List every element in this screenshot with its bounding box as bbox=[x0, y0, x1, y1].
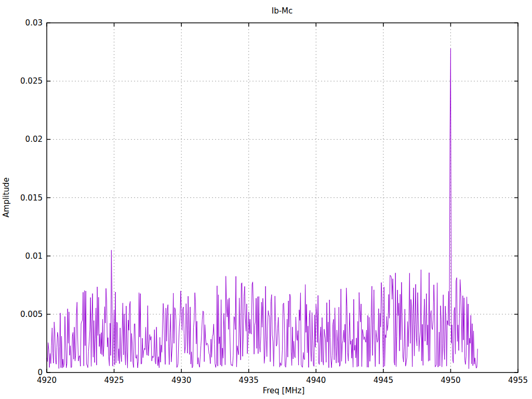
x-tick-label: 4950 bbox=[441, 376, 460, 385]
y-tick-label: 0 bbox=[37, 368, 43, 377]
y-tick-label: 0.03 bbox=[25, 18, 43, 28]
y-tick-label: 0.005 bbox=[20, 310, 43, 319]
plot-border bbox=[47, 23, 518, 373]
x-tick-label: 4935 bbox=[239, 376, 259, 385]
chart-title: Ib-Mc bbox=[272, 6, 293, 16]
y-tick-label: 0.01 bbox=[25, 251, 43, 261]
chart-window: 4920492549304935494049454950495500.0050.… bbox=[0, 0, 532, 399]
spectrum-trace bbox=[47, 48, 477, 368]
y-axis-label: Amplitude bbox=[2, 178, 11, 218]
x-tick-label: 4955 bbox=[508, 376, 528, 385]
y-tick-label: 0.015 bbox=[20, 193, 43, 203]
spectrum-trace-layer bbox=[47, 48, 477, 368]
x-tick-label: 4925 bbox=[104, 376, 124, 385]
y-tick-label: 0.025 bbox=[20, 76, 43, 86]
y-tick-label: 0.02 bbox=[25, 135, 43, 144]
x-axis-label: Freq [MHz] bbox=[263, 386, 305, 395]
x-tick-label: 4940 bbox=[306, 376, 326, 385]
grid bbox=[47, 23, 518, 373]
spectrum-chart: 4920492549304935494049454950495500.0050.… bbox=[0, 0, 532, 399]
x-tick-label: 4930 bbox=[171, 376, 191, 385]
x-tick-label: 4945 bbox=[374, 376, 393, 385]
axes bbox=[47, 23, 518, 373]
